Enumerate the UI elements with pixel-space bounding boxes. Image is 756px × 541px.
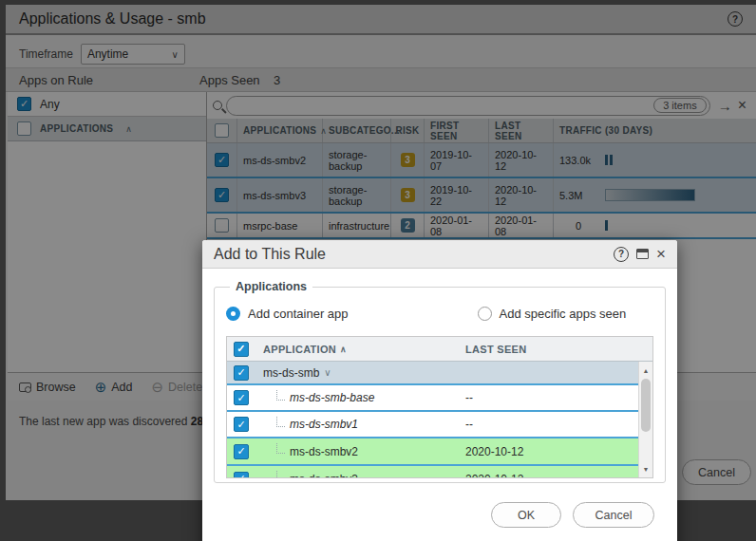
row-checkbox[interactable] xyxy=(234,444,249,459)
last-seen: 2020-10-12 xyxy=(458,445,652,458)
col-application[interactable]: APPLICATION xyxy=(255,344,458,355)
app-name: ms-ds-smb-base xyxy=(290,391,374,404)
last-seen: 2020-10-12 xyxy=(458,473,652,479)
dialog-titlebar: Add to This Rule xyxy=(202,240,677,269)
screen: Applications & Usage - smb Timeframe Any… xyxy=(0,0,756,541)
col-last-seen[interactable]: LAST SEEN xyxy=(458,344,652,355)
last-seen: -- xyxy=(458,391,652,404)
app-row-container[interactable]: ms-ds-smb xyxy=(227,362,652,385)
dialog-table-header: APPLICATION LAST SEEN xyxy=(227,337,652,362)
app-name: ms-ds-smbv2 xyxy=(290,445,358,458)
radio-add-container-app[interactable]: Add container app xyxy=(226,307,349,321)
close-icon[interactable] xyxy=(656,246,666,262)
sort-asc-icon xyxy=(340,345,347,354)
app-name: ms-ds-smb xyxy=(263,366,319,380)
dialog-button-row: OK Cancel xyxy=(202,502,677,528)
app-row[interactable]: ms-ds-smbv2 2020-10-12 xyxy=(227,438,652,466)
app-name: ms-ds-smbv3 xyxy=(290,473,358,479)
scroll-up-icon[interactable] xyxy=(639,364,652,377)
app-row[interactable]: ms-ds-smbv1 -- xyxy=(227,412,652,438)
tree-connector xyxy=(276,390,285,401)
app-row[interactable]: ms-ds-smb-base -- xyxy=(227,385,652,412)
dialog-app-table: APPLICATION LAST SEEN ms-ds-smb xyxy=(226,336,653,478)
dialog-title: Add to This Rule xyxy=(214,246,326,263)
scroll-down-icon[interactable] xyxy=(639,462,652,476)
row-checkbox[interactable] xyxy=(234,417,249,432)
radio-row: Add container app Add specific apps seen xyxy=(226,307,653,321)
row-checkbox[interactable] xyxy=(234,472,249,479)
chevron-down-icon[interactable] xyxy=(324,367,331,378)
help-icon[interactable] xyxy=(614,247,629,262)
tree-connector xyxy=(276,443,285,454)
radio-unselected-icon[interactable] xyxy=(478,307,492,321)
tree-connector xyxy=(276,471,285,478)
ok-button[interactable]: OK xyxy=(491,502,561,528)
dialog-cancel-button[interactable]: Cancel xyxy=(573,502,654,528)
applications-fieldset: Applications Add container app Add speci… xyxy=(214,280,666,483)
row-checkbox[interactable] xyxy=(234,365,249,381)
last-seen: -- xyxy=(458,418,652,431)
maximize-icon[interactable] xyxy=(636,249,649,259)
dialog-scrollbar[interactable] xyxy=(638,362,652,477)
app-name: ms-ds-smbv1 xyxy=(290,418,358,431)
dialog-table-body: ms-ds-smb ms-ds-smb-base -- xyxy=(227,362,652,478)
add-to-rule-dialog: Add to This Rule Applications Add contai… xyxy=(202,240,677,541)
fieldset-legend: Applications xyxy=(230,280,312,293)
radio-selected-icon[interactable] xyxy=(226,307,240,321)
app-row[interactable]: ms-ds-smbv3 2020-10-12 xyxy=(227,466,652,478)
radio-add-specific-apps[interactable]: Add specific apps seen xyxy=(478,307,627,321)
dialog-select-all-checkbox[interactable] xyxy=(234,342,249,357)
tree-connector xyxy=(276,417,285,427)
scrollbar-thumb[interactable] xyxy=(641,379,651,432)
row-checkbox[interactable] xyxy=(234,390,249,405)
